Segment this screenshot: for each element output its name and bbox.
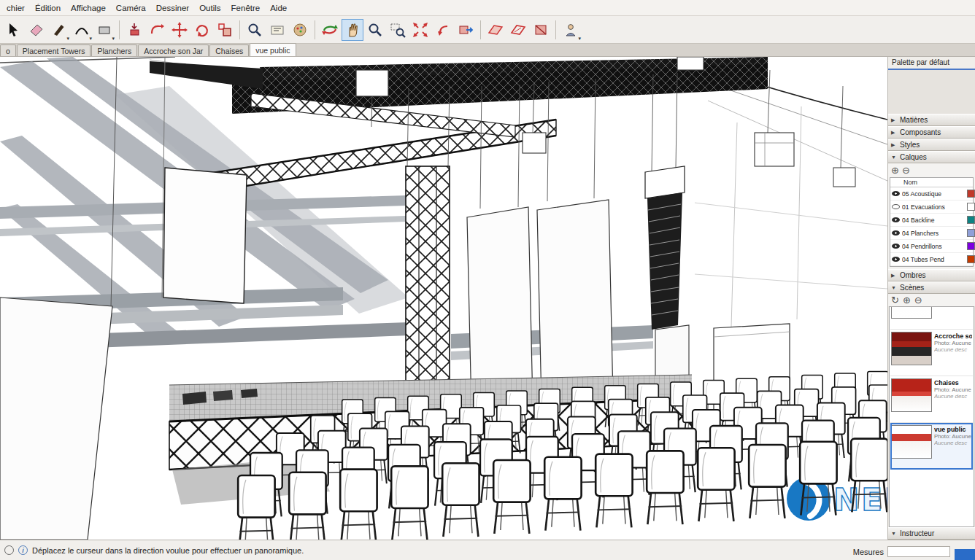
- layer-row[interactable]: 04 Planchers: [890, 227, 973, 240]
- layer-color-swatch[interactable]: [967, 203, 975, 211]
- section-display-button[interactable]: [507, 19, 529, 41]
- visibility-eye-icon[interactable]: [892, 191, 900, 196]
- layer-row[interactable]: 04 Backline: [890, 214, 973, 227]
- toolbar-separator: [119, 20, 120, 39]
- followme-tool-button[interactable]: [146, 19, 168, 41]
- pan-tool-button[interactable]: [342, 19, 363, 41]
- section-cut-button[interactable]: [530, 19, 552, 41]
- layer-row[interactable]: 01 Evacuations: [890, 201, 973, 214]
- section-label: Composants: [900, 128, 941, 136]
- visibility-eye-off-icon[interactable]: [892, 204, 900, 209]
- layer-color-swatch[interactable]: [967, 255, 975, 263]
- scene-desc: Aucune desc: [934, 440, 972, 446]
- section-composants[interactable]: ▶Composants: [888, 126, 975, 139]
- visibility-eye-icon[interactable]: [892, 257, 900, 262]
- scale-tool-button[interactable]: [214, 19, 236, 41]
- select-arrow-icon: [6, 22, 22, 38]
- scene-thumbnail: [891, 425, 932, 459]
- next-view-button[interactable]: [455, 19, 477, 41]
- layer-color-swatch[interactable]: [967, 229, 975, 237]
- dropdown-caret-icon: ▾: [112, 36, 115, 42]
- line-tool-button[interactable]: ▾: [48, 19, 70, 41]
- scene-tab-strip: o Placement Towers Planchers Accroche so…: [0, 44, 975, 57]
- toolbar-separator: [555, 20, 556, 39]
- pan-hand-icon: [344, 22, 361, 38]
- dropdown-caret-icon: ▾: [89, 36, 92, 42]
- menu-item-fenetre[interactable]: Fenêtre: [226, 1, 266, 15]
- layer-color-swatch[interactable]: [967, 242, 975, 250]
- visibility-eye-icon[interactable]: [892, 244, 900, 249]
- scene-tab-accroche-son[interactable]: Accroche son Jar: [138, 44, 209, 56]
- rotate-tool-button[interactable]: [191, 19, 213, 41]
- section-instructeur[interactable]: ▼Instructeur: [888, 527, 975, 540]
- move-tool-button[interactable]: [169, 19, 190, 41]
- visibility-eye-icon[interactable]: [892, 217, 900, 222]
- scene-entry[interactable]: Photo: AucuneAucune desc: [890, 306, 973, 330]
- remove-layer-button[interactable]: ⊖: [902, 166, 910, 175]
- scene-tab-planchers[interactable]: Planchers: [91, 44, 137, 56]
- layer-name: 04 Pendrillons: [902, 243, 965, 250]
- section-label: Styles: [900, 141, 920, 149]
- zoom-extents-button[interactable]: [409, 19, 431, 41]
- menu-item-edition[interactable]: Édition: [30, 1, 66, 15]
- remove-scene-button[interactable]: ⊖: [914, 295, 922, 305]
- layer-name-header[interactable]: Nom: [890, 178, 973, 187]
- previous-view-button[interactable]: [432, 19, 454, 41]
- pushpull-tool-button[interactable]: [123, 19, 145, 41]
- select-tool-button[interactable]: [3, 19, 25, 41]
- text-label-tool-button[interactable]: [266, 19, 288, 41]
- shapes-tool-button[interactable]: ▾: [93, 19, 115, 41]
- 3d-viewport[interactable]: NERD: [0, 57, 887, 540]
- zoom-tool-button-2[interactable]: [364, 19, 386, 41]
- scene-tab-placement-towers[interactable]: Placement Towers: [17, 44, 91, 56]
- info-icon[interactable]: i: [18, 545, 28, 555]
- section-matieres[interactable]: ▶Matières: [888, 114, 975, 126]
- section-scenes[interactable]: ▼Scènes: [888, 281, 975, 294]
- look-around-button[interactable]: ▾: [560, 19, 582, 41]
- rotate-icon: [194, 22, 210, 38]
- measures-input[interactable]: [887, 546, 950, 557]
- previous-view-icon: [435, 22, 451, 38]
- zoom-window-button[interactable]: [387, 19, 409, 41]
- orbit-icon: [322, 22, 338, 38]
- add-layer-button[interactable]: ⊕: [891, 166, 899, 175]
- scene-tab-vue-public[interactable]: vue public: [250, 43, 296, 56]
- arc-tool-button[interactable]: ▾: [71, 19, 93, 41]
- section-label: Matières: [900, 116, 928, 124]
- eraser-tool-button[interactable]: [26, 19, 47, 41]
- section-plane-button[interactable]: [485, 19, 506, 41]
- layer-row[interactable]: 05 Acoustique: [890, 187, 973, 201]
- scene-tab-chaises[interactable]: Chaises: [209, 44, 249, 56]
- arc-icon: [74, 22, 90, 38]
- scene-entry[interactable]: ChaisesPhoto: AucuneAucune desc: [890, 376, 973, 423]
- menu-item-affichage[interactable]: Affichage: [66, 1, 111, 15]
- menu-item-aide[interactable]: Aide: [265, 1, 292, 15]
- orbit-tool-button[interactable]: [319, 19, 341, 41]
- status-circle-icon[interactable]: [4, 545, 14, 555]
- menu-item-outils[interactable]: Outils: [194, 1, 226, 15]
- visibility-eye-icon[interactable]: [892, 230, 900, 236]
- layer-row[interactable]: 04 Pendrillons: [890, 240, 973, 253]
- scene-name: vue public: [934, 426, 972, 433]
- layer-name: 04 Planchers: [902, 230, 965, 237]
- scene-desc: Aucune desc: [934, 346, 972, 353]
- section-calques[interactable]: ▼Calques: [888, 151, 975, 163]
- layer-name: 04 Backline: [902, 217, 965, 224]
- zoom-extents-icon: [412, 22, 428, 38]
- layer-color-swatch[interactable]: [967, 216, 975, 224]
- scene-entry-selected[interactable]: vue publicPhoto: AucuneAucune desc: [890, 423, 973, 470]
- scene-tab-0[interactable]: o: [0, 44, 16, 56]
- menu-item-camera[interactable]: Caméra: [111, 1, 151, 15]
- zoom-tool-button[interactable]: [244, 19, 266, 41]
- section-styles[interactable]: ▶Styles: [888, 139, 975, 151]
- refresh-scene-button[interactable]: ↻: [891, 295, 899, 305]
- layer-color-swatch[interactable]: [967, 190, 975, 198]
- add-scene-button[interactable]: ⊕: [903, 295, 911, 305]
- paint-bucket-button[interactable]: [289, 19, 311, 41]
- menu-item-fichier[interactable]: chier: [1, 1, 30, 15]
- layer-row[interactable]: 04 Tubes Pend: [890, 253, 973, 266]
- scene-entry[interactable]: Accroche soPhoto: AucuneAucune desc: [890, 330, 973, 376]
- layer-name: 01 Evacuations: [902, 203, 965, 211]
- section-ombres[interactable]: ▶Ombres: [888, 269, 975, 281]
- menu-item-dessiner[interactable]: Dessiner: [151, 1, 194, 15]
